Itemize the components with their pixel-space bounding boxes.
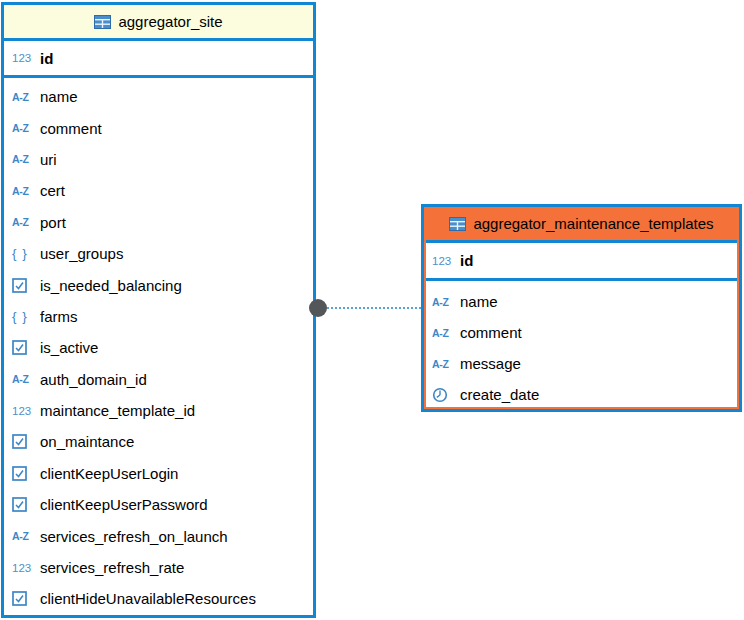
column-name: maintance_template_id	[40, 402, 195, 419]
boolean-type-icon	[12, 497, 40, 512]
table-header[interactable]: aggregator_site	[4, 5, 313, 41]
column-name: auth_domain_id	[40, 371, 147, 388]
column-row[interactable]: clientKeepUserLogin	[4, 458, 313, 489]
column-row[interactable]: A-Z name	[424, 286, 739, 317]
relation-line[interactable]	[327, 307, 421, 309]
column-row[interactable]: A-Z auth_domain_id	[4, 364, 313, 395]
column-name: cert	[40, 182, 65, 199]
json-type-icon: { }	[12, 309, 40, 324]
column-name: port	[40, 214, 66, 231]
table-title: aggregator_maintenance_templates	[473, 215, 713, 232]
column-row[interactable]: is_needed_balancing	[4, 269, 313, 300]
column-name: clientKeepUserPassword	[40, 496, 208, 513]
text-type-icon: A-Z	[12, 216, 40, 228]
table-grid-icon	[94, 15, 111, 29]
clock-icon	[432, 387, 460, 403]
text-type-icon: A-Z	[12, 91, 40, 103]
number-type-icon: 123	[12, 405, 40, 417]
text-type-icon: A-Z	[432, 327, 460, 339]
column-row[interactable]: on_maintance	[4, 426, 313, 457]
column-row-pk[interactable]: 123 id	[424, 243, 739, 281]
table-header[interactable]: aggregator_maintenance_templates	[424, 207, 739, 243]
column-name: name	[460, 293, 498, 310]
column-name: message	[460, 355, 521, 372]
column-name: on_maintance	[40, 433, 134, 450]
column-row[interactable]: A-Z name	[4, 81, 313, 112]
column-name: id	[460, 252, 473, 269]
text-type-icon: A-Z	[12, 185, 40, 197]
column-name: is_needed_balancing	[40, 277, 182, 294]
json-type-icon: { }	[12, 246, 40, 261]
number-type-icon: 123	[432, 255, 460, 267]
column-row[interactable]: A-Z cert	[4, 175, 313, 206]
table-title: aggregator_site	[118, 13, 222, 30]
boolean-type-icon	[12, 278, 40, 293]
column-list: A-Z name A-Z comment A-Z message	[424, 281, 739, 410]
boolean-type-icon	[12, 591, 40, 606]
number-type-icon: 123	[12, 52, 40, 64]
column-name: farms	[40, 308, 78, 325]
column-row[interactable]: 123 services_refresh_rate	[4, 552, 313, 583]
text-type-icon: A-Z	[12, 373, 40, 385]
text-type-icon: A-Z	[12, 530, 40, 542]
column-name: clientKeepUserLogin	[40, 465, 178, 482]
text-type-icon: A-Z	[12, 153, 40, 165]
column-list: A-Z name A-Z comment A-Z uri A-Z cert A-…	[4, 78, 313, 615]
table-grid-icon	[449, 217, 466, 231]
column-name: services_refresh_rate	[40, 559, 184, 576]
column-name: comment	[460, 324, 522, 341]
column-row[interactable]: { } farms	[4, 301, 313, 332]
text-type-icon: A-Z	[432, 358, 460, 370]
text-type-icon: A-Z	[432, 296, 460, 308]
column-row[interactable]: A-Z port	[4, 207, 313, 238]
column-name: is_active	[40, 339, 98, 356]
column-row[interactable]: create_date	[424, 379, 739, 410]
column-row[interactable]: clientHideUnavailableResources	[4, 583, 313, 614]
entity-aggregator-maintenance-templates[interactable]: aggregator_maintenance_templates 123 id …	[421, 204, 742, 412]
column-name: services_refresh_on_launch	[40, 528, 228, 545]
boolean-type-icon	[12, 434, 40, 449]
column-name: clientHideUnavailableResources	[40, 590, 256, 607]
boolean-type-icon	[12, 466, 40, 481]
entity-aggregator-site[interactable]: aggregator_site 123 id A-Z name A-Z comm…	[1, 2, 316, 618]
column-name: uri	[40, 151, 57, 168]
column-row[interactable]: clientKeepUserPassword	[4, 489, 313, 520]
column-name: create_date	[460, 386, 539, 403]
column-row[interactable]: A-Z uri	[4, 144, 313, 175]
column-row[interactable]: A-Z comment	[424, 317, 739, 348]
column-row[interactable]: A-Z message	[424, 348, 739, 379]
relation-anchor-dot[interactable]	[309, 299, 327, 317]
column-row[interactable]: { } user_groups	[4, 238, 313, 269]
column-row-pk[interactable]: 123 id	[4, 41, 313, 78]
erd-canvas: aggregator_site 123 id A-Z name A-Z comm…	[0, 0, 744, 620]
column-row[interactable]: A-Z services_refresh_on_launch	[4, 520, 313, 551]
text-type-icon: A-Z	[12, 122, 40, 134]
column-name: id	[40, 50, 53, 67]
column-row[interactable]: A-Z comment	[4, 112, 313, 143]
column-name: comment	[40, 120, 102, 137]
column-name: user_groups	[40, 245, 123, 262]
number-type-icon: 123	[12, 562, 40, 574]
column-row[interactable]: 123 maintance_template_id	[4, 395, 313, 426]
column-row[interactable]: is_active	[4, 332, 313, 363]
column-name: name	[40, 88, 78, 105]
boolean-type-icon	[12, 340, 40, 355]
